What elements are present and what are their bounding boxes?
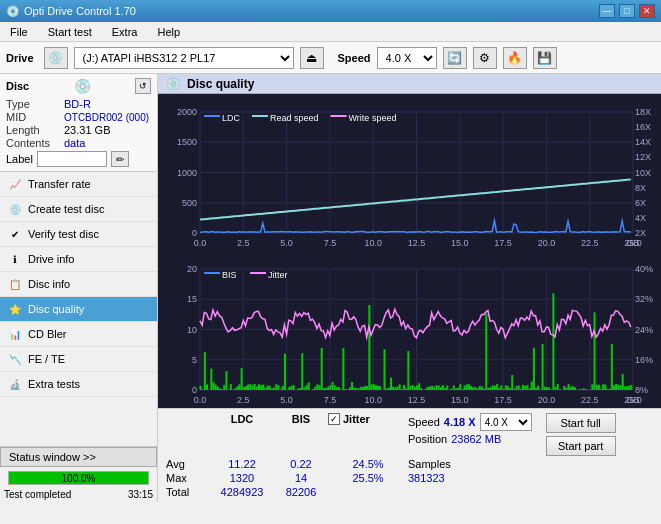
samples-label: Samples: [408, 458, 451, 470]
jitter-header-label: Jitter: [343, 413, 370, 425]
sidebar-item-label-extra-tests: Extra tests: [28, 378, 80, 390]
sidebar: Disc 💿 ↺ Type BD-R MID OTCBDR002 (000) L…: [0, 74, 158, 502]
status-time: 33:15: [128, 489, 153, 500]
minimize-button[interactable]: —: [599, 4, 615, 18]
burn-button[interactable]: 🔥: [503, 47, 527, 69]
disc-quality-icon: ⭐: [8, 302, 22, 316]
menu-help[interactable]: Help: [151, 24, 186, 40]
sidebar-item-cd-bler[interactable]: 📊 CD Bler: [0, 322, 157, 347]
total-label: Total: [166, 486, 210, 498]
stats-values-row: Avg Max Total 11.22 1320 4284923 0.22 14…: [166, 458, 653, 498]
sidebar-item-label-disc-quality: Disc quality: [28, 303, 84, 315]
progress-bar-container: 100.0%: [8, 471, 149, 485]
menu-extra[interactable]: Extra: [106, 24, 144, 40]
sidebar-item-label-cd-bler: CD Bler: [28, 328, 67, 340]
sidebar-item-fe-te[interactable]: 📉 FE / TE: [0, 347, 157, 372]
disc-contents-label: Contents: [6, 137, 60, 149]
stats-header-row: LDC BIS ✓ Jitter Speed 4.18 X 4.0: [166, 413, 653, 456]
sidebar-item-label-drive-info: Drive info: [28, 253, 74, 265]
disc-quality-title: Disc quality: [187, 77, 254, 91]
eject-button[interactable]: ⏏: [300, 47, 324, 69]
content-area: 💿 Disc quality LDC BIS: [158, 74, 661, 502]
sidebar-item-verify-test-disc[interactable]: ✔ Verify test disc: [0, 222, 157, 247]
sidebar-item-create-test-disc[interactable]: 💿 Create test disc: [0, 197, 157, 222]
maximize-button[interactable]: □: [619, 4, 635, 18]
window-controls: — □ ✕: [599, 4, 655, 18]
titlebar: 💿 Opti Drive Control 1.70 — □ ✕: [0, 0, 661, 22]
disc-quality-header: 💿 Disc quality: [158, 74, 661, 94]
drive-icon: 💿: [44, 47, 68, 69]
speed-select-mini[interactable]: 4.0 X: [480, 413, 532, 431]
samples-area: Samples 381323: [408, 458, 451, 484]
disc-length-row: Length 23.31 GB: [6, 124, 151, 136]
transfer-rate-icon: 📈: [8, 177, 22, 191]
fe-te-icon: 📉: [8, 352, 22, 366]
max-label: Max: [166, 472, 210, 484]
stats-panel: LDC BIS ✓ Jitter Speed 4.18 X 4.0: [158, 408, 661, 502]
disc-length-value: 23.31 GB: [64, 124, 110, 136]
disc-panel-title: Disc: [6, 80, 29, 92]
sidebar-item-label-transfer-rate: Transfer rate: [28, 178, 91, 190]
settings-button[interactable]: ⚙: [473, 47, 497, 69]
start-part-button[interactable]: Start part: [546, 436, 616, 456]
ldc-values: 11.22 1320 4284923: [210, 458, 274, 498]
disc-quality-header-icon: 💿: [166, 77, 181, 91]
disc-label-row: Label ✏: [6, 151, 151, 167]
sidebar-item-transfer-rate[interactable]: 📈 Transfer rate: [0, 172, 157, 197]
disc-mid-row: MID OTCBDR002 (000): [6, 111, 151, 123]
toolbar: Drive 💿 (J:) ATAPI iHBS312 2 PL17 ⏏ Spee…: [0, 42, 661, 74]
top-chart: [158, 94, 661, 251]
nav-menu: 📈 Transfer rate 💿 Create test disc ✔ Ver…: [0, 172, 157, 397]
bis-max: 14: [295, 472, 307, 484]
disc-type-row: Type BD-R: [6, 98, 151, 110]
start-full-button[interactable]: Start full: [546, 413, 616, 433]
sidebar-item-disc-info[interactable]: 📋 Disc info: [0, 272, 157, 297]
sidebar-item-label-disc-info: Disc info: [28, 278, 70, 290]
verify-test-disc-icon: ✔: [8, 227, 22, 241]
speed-pos-area: Speed 4.18 X 4.0 X Position 23862 MB St: [408, 413, 653, 456]
app-icon: 💿: [6, 5, 20, 18]
main-area: Disc 💿 ↺ Type BD-R MID OTCBDR002 (000) L…: [0, 74, 661, 502]
disc-mid-label: MID: [6, 111, 60, 123]
jitter-avg: 24.5%: [352, 458, 383, 470]
position-label: Position: [408, 433, 447, 445]
speed-select[interactable]: 4.0 X: [377, 47, 437, 69]
sidebar-item-drive-info[interactable]: ℹ Drive info: [0, 247, 157, 272]
disc-label-edit-button[interactable]: ✏: [111, 151, 129, 167]
ldc-total: 4284923: [221, 486, 264, 498]
speed-info: Speed 4.18 X 4.0 X Position 23862 MB: [408, 413, 532, 445]
jitter-header: ✓ Jitter: [328, 413, 408, 425]
save-button[interactable]: 💾: [533, 47, 557, 69]
sidebar-item-disc-quality[interactable]: ⭐ Disc quality: [0, 297, 157, 322]
samples-value: 381323: [408, 472, 451, 484]
close-button[interactable]: ✕: [639, 4, 655, 18]
ldc-header: LDC: [210, 413, 274, 425]
jitter-values: 24.5% 25.5%: [328, 458, 408, 484]
charts-area: [158, 94, 661, 408]
disc-refresh-button[interactable]: ↺: [135, 78, 151, 94]
top-chart-container: [158, 94, 661, 251]
disc-label-input[interactable]: [37, 151, 107, 167]
start-buttons: Start full Start part: [546, 413, 616, 456]
disc-info-icon: 📋: [8, 277, 22, 291]
create-test-disc-icon: 💿: [8, 202, 22, 216]
position-value: 23862 MB: [451, 433, 501, 445]
row-labels: Avg Max Total: [166, 458, 210, 498]
bottom-chart-container: [158, 251, 661, 408]
refresh-button[interactable]: 🔄: [443, 47, 467, 69]
disc-contents-value: data: [64, 137, 85, 149]
status-window-button[interactable]: Status window >>: [0, 447, 157, 467]
menu-start-test[interactable]: Start test: [42, 24, 98, 40]
drive-select[interactable]: (J:) ATAPI iHBS312 2 PL17: [74, 47, 294, 69]
jitter-checkbox[interactable]: ✓: [328, 413, 340, 425]
bis-values: 0.22 14 82206: [274, 458, 328, 498]
sidebar-item-extra-tests[interactable]: 🔬 Extra tests: [0, 372, 157, 397]
menu-file[interactable]: File: [4, 24, 34, 40]
disc-label-label: Label: [6, 153, 33, 165]
jitter-max: 25.5%: [352, 472, 383, 484]
status-label: Test completed: [4, 489, 71, 500]
bottom-chart: [158, 251, 661, 408]
speed-label: Speed: [408, 416, 440, 428]
bis-header: BIS: [274, 413, 328, 425]
disc-length-label: Length: [6, 124, 60, 136]
